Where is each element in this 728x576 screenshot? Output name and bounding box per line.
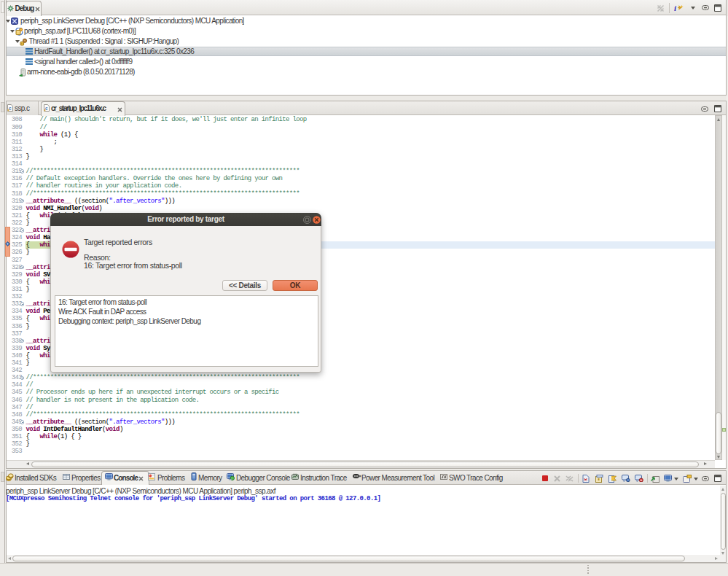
svg-text:i: i	[674, 4, 677, 12]
svg-text:c: c	[9, 106, 12, 111]
svg-text:c: c	[45, 106, 48, 111]
